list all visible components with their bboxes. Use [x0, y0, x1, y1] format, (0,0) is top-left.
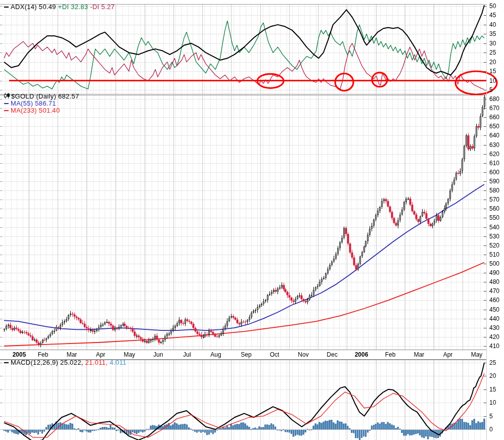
y-axis-tick-label: 500	[489, 260, 499, 267]
x-axis-month-label: 2005	[13, 351, 26, 358]
y-axis-tick-label: 35	[489, 30, 496, 37]
y-axis-tick-label: 550	[489, 214, 499, 221]
y-axis-tick-label: 450	[489, 306, 499, 313]
y-axis-tick-label: 45	[489, 12, 496, 19]
y-axis-tick-label: 580	[489, 187, 499, 194]
x-axis-month-label: Jul	[183, 351, 191, 358]
y-axis-tick-label: 480	[489, 278, 499, 285]
y-axis-tick-label: 600	[489, 169, 499, 176]
y-axis-tick-label: 25	[489, 359, 496, 366]
symbol-label: $GOLD (Daily) 682.57	[11, 93, 79, 100]
y-axis-tick-label: 490	[489, 269, 499, 276]
y-axis-tick-label: 15	[489, 386, 496, 393]
y-axis-tick-label: 25	[489, 49, 496, 56]
y-axis-tick-label: 540	[489, 224, 499, 231]
x-axis-month-label: Apr	[443, 351, 453, 358]
ma55-legend-label: MA(55) 586.71	[11, 100, 56, 107]
y-axis-tick-label: 650	[489, 123, 499, 130]
x-axis-month-label: Dec	[327, 351, 337, 358]
x-axis-month-label: Apr	[96, 351, 106, 358]
x-axis-month-label: Feb	[385, 351, 396, 358]
x-axis-month-label: Mar	[67, 351, 77, 358]
price-legend: $GOLD (Daily) 682.57 MA(55) 586.71 MA(23…	[4, 93, 79, 114]
plus-di-legend-label: +DI 32.83	[58, 4, 88, 10]
macd-legend-swatch	[4, 362, 9, 363]
x-axis-month-label: Nov	[298, 351, 308, 358]
y-axis-tick-label: 640	[489, 132, 499, 139]
y-axis-tick-label: 530	[489, 233, 499, 240]
stock-chart: ADX(14) 50.49 +DI 32.83 -DI 5.27 $GOLD (…	[0, 0, 504, 440]
ma233-legend-swatch	[4, 110, 9, 111]
y-axis-tick-label: 510	[489, 251, 499, 258]
y-axis-tick-label: 670	[489, 105, 499, 112]
y-axis-tick-label: 440	[489, 315, 499, 322]
macd-hist-value: 4.011	[110, 359, 126, 366]
x-axis-month-label: Mar	[414, 351, 425, 358]
x-axis-month-label: 2006	[355, 351, 369, 358]
y-axis-tick-label: 15	[489, 68, 496, 75]
y-axis-tick-label: 630	[489, 141, 499, 149]
y-axis-tick-label: 610	[489, 160, 499, 167]
x-axis-month-label: May	[124, 351, 135, 358]
y-axis-tick-label: 0	[489, 426, 493, 433]
macd-legend-label: MACD(12,26,9) 25.022,	[11, 359, 83, 366]
ma55-legend-swatch	[4, 103, 9, 104]
y-axis-tick-label: 40	[489, 21, 496, 28]
adx-legend-swatch	[4, 7, 9, 8]
adx-legend-label: ADX(14) 50.49	[11, 4, 56, 10]
y-axis-tick-label: 10	[489, 399, 496, 406]
chart-canvas	[0, 0, 504, 440]
y-axis-tick-label: 570	[489, 196, 499, 203]
y-axis-tick-label: 560	[489, 205, 499, 212]
y-axis-tick-label: 5	[489, 86, 493, 93]
y-axis-tick-label: 30	[489, 40, 496, 47]
y-axis-tick-label: 20	[489, 372, 496, 379]
x-axis-month-label: Oct	[270, 351, 280, 358]
ma233-legend-label: MA(233) 501.40	[11, 107, 60, 114]
y-axis-tick-label: 620	[489, 151, 499, 158]
y-axis-tick-label: 590	[489, 178, 499, 185]
y-axis-tick-label: 680	[489, 95, 499, 103]
y-axis-tick-label: 470	[489, 287, 499, 295]
y-axis-tick-label: 50	[489, 3, 496, 10]
x-axis-month-label: Feb	[38, 351, 49, 358]
macd-signal-value: 21.011,	[85, 359, 108, 366]
x-axis-month-label: May	[471, 351, 483, 358]
minus-di-legend-label: -DI 5.27	[90, 4, 115, 10]
y-axis-tick-label: 660	[489, 114, 499, 121]
x-axis-month-label: Jun	[153, 351, 163, 358]
y-axis-tick-label: 5	[489, 413, 493, 420]
y-axis-tick-label: 10	[489, 77, 496, 84]
macd-legend: MACD(12,26,9) 25.022, 21.011, 4.011	[4, 359, 126, 366]
y-axis-tick-label: 460	[489, 297, 499, 304]
y-axis-tick-label: 420	[489, 333, 499, 340]
y-axis-tick-label: 20	[489, 59, 496, 66]
x-axis-month-label: Sep	[241, 351, 251, 358]
y-axis-tick-label: 410	[489, 343, 499, 350]
candlestick-icon	[4, 93, 10, 100]
x-axis-month-label: Aug	[210, 351, 221, 358]
y-axis-tick-label: 430	[489, 324, 499, 331]
adx-legend: ADX(14) 50.49 +DI 32.83 -DI 5.27	[4, 4, 115, 11]
y-axis-tick-label: 520	[489, 242, 499, 249]
